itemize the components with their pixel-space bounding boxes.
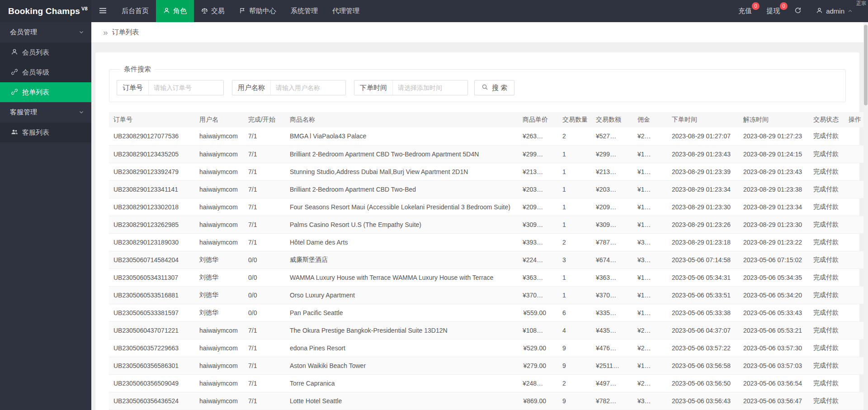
column-header-quantity: 交易数量 (558, 112, 591, 127)
order-time-cell: 2023-05-06 05:33:51 (667, 286, 739, 304)
sidebar-item-label: 客服列表 (22, 128, 49, 137)
sidebar: 会员管理 会员列表 会员等级 (0, 22, 91, 410)
breadcrumb-chevrons-icon: » (103, 28, 108, 37)
unit-price-cell: ¥2139.00 (518, 163, 558, 180)
unit-price-cell: ¥279.00 (518, 357, 558, 374)
sidebar-group-customer-service[interactable]: 客服管理 (0, 102, 91, 123)
withdraw-button[interactable]: 提现 0 (761, 0, 789, 22)
product-name-cell: Brilliant 2-Bedroom Apartment CBD Two-Be… (285, 145, 518, 163)
quantity-cell: 1 (558, 216, 591, 233)
commission-cell: ¥21.79 (633, 321, 667, 339)
amount-cell: ¥3354.00 (591, 304, 633, 321)
action-cell (844, 374, 864, 392)
progress-cell: 0/0 (244, 286, 285, 304)
unit-price-cell: ¥869.00 (518, 392, 558, 410)
order-time-cell: 2023-05-06 03:57:22 (667, 339, 739, 357)
order-time-cell: 2023-05-06 05:33:38 (667, 304, 739, 321)
sidebar-item-member-levels[interactable]: 会员等级 (0, 62, 91, 82)
amount-cell: ¥7821.00 (591, 392, 633, 410)
nav-item-dashboard[interactable]: 后台首页 (114, 0, 156, 22)
amount-cell: ¥5278.00 (591, 127, 633, 145)
unfreeze-time-cell: 2023-08-29 01:23:30 (739, 216, 809, 233)
order-no-cell: UB2308290123262985 (109, 216, 195, 233)
sidebar-toggle-button[interactable] (91, 0, 114, 22)
order-time-cell: 2023-05-06 07:14:58 (667, 251, 739, 269)
unit-price-cell: ¥559.00 (518, 304, 558, 321)
nav-item-agent-management[interactable]: 代理管理 (325, 0, 367, 22)
sidebar-item-order-grab-list[interactable]: 抢单列表 (0, 82, 91, 102)
user-menu[interactable]: admin (811, 0, 862, 22)
progress-cell: 7/1 (244, 216, 285, 233)
order-time-cell: 2023-05-06 05:34:31 (667, 269, 739, 286)
username-cell: 刘德华 (195, 251, 244, 269)
breadcrumb: » 订单列表 (91, 22, 868, 43)
order-time-cell: 2023-08-29 01:23:30 (667, 198, 739, 216)
order-no-cell: UB2308290123392479 (109, 163, 195, 180)
search-button[interactable]: 搜 索 (474, 80, 514, 95)
quantity-cell: 6 (558, 304, 591, 321)
search-panel-legend: 条件搜索 (120, 65, 155, 74)
vertical-scrollbar-track[interactable] (863, 22, 868, 410)
sidebar-group-label: 会员管理 (10, 28, 37, 37)
nav-item-transactions[interactable]: 交易 (194, 0, 232, 22)
table-row: UB2308290123392479haiwaiymcom7/1Stunning… (109, 163, 864, 180)
username-cell: 刘德华 (195, 286, 244, 304)
unfreeze-time-cell: 2023-05-06 03:56:47 (739, 392, 809, 410)
order-no-input[interactable] (149, 80, 223, 95)
action-cell (844, 180, 864, 198)
table-row: UB2305060437071221haiwaiymcom7/1The Okur… (109, 321, 864, 339)
product-name-cell: Palms Casino Resort U.S (The Empathy Sui… (285, 216, 518, 233)
column-header-order-no: 订单号 (109, 112, 195, 127)
order-no-cell: UB2305060714584204 (109, 251, 195, 269)
order-time-input[interactable] (393, 80, 467, 95)
commission-cell: ¥33.74 (633, 251, 667, 269)
nav-item-help-center[interactable]: 帮助中心 (232, 0, 283, 22)
chevron-down-icon (79, 28, 84, 36)
username-cell: haiwaiymcom (195, 339, 244, 357)
order-time-cell: 2023-05-06 04:37:07 (667, 321, 739, 339)
status-cell: 完成付款 (809, 304, 844, 321)
nav-item-roles[interactable]: 角色 (156, 0, 194, 22)
commission-cell: ¥18.20 (633, 269, 667, 286)
brand-logo[interactable]: Booking Champs V8 (0, 0, 91, 22)
sidebar-item-service-list[interactable]: 客服列表 (0, 123, 91, 142)
product-name-cell: Pan Pacific Seattle (285, 304, 518, 321)
sidebar-group-member-management[interactable]: 会员管理 (0, 22, 91, 42)
progress-cell: 7/1 (244, 127, 285, 145)
action-cell (844, 357, 864, 374)
username-cell: haiwaiymcom (195, 321, 244, 339)
product-name-cell: Hôtel Dame des Arts (285, 233, 518, 251)
order-no-cell: UB2305060356586301 (109, 357, 195, 374)
username-cell: haiwaiymcom (195, 145, 244, 163)
action-cell (844, 269, 864, 286)
status-cell: 完成付款 (809, 163, 844, 180)
username-input[interactable] (271, 80, 345, 95)
order-time-cell: 2023-08-29 01:23:39 (667, 163, 739, 180)
chevron-up-icon (848, 7, 853, 15)
people-icon (11, 128, 18, 137)
order-no-cell: UB2305060356436524 (109, 392, 195, 410)
unit-price-cell: ¥2097.30 (518, 198, 558, 216)
nav-item-system-management[interactable]: 系统管理 (283, 0, 325, 22)
table-row: UB2305060533381597刘德华0/0Pan Pacific Seat… (109, 304, 864, 321)
action-cell (844, 216, 864, 233)
sidebar-item-member-list[interactable]: 会员列表 (0, 42, 91, 62)
status-cell: 完成付款 (809, 127, 844, 145)
orders-table-body: UB2308290127077536haiwaiymcom7/1BMGA l V… (109, 127, 864, 410)
content-area: 条件搜索 订单号 用户名称 下单时间 (91, 43, 868, 410)
vertical-scrollbar-thumb[interactable] (864, 25, 868, 105)
refresh-button[interactable] (789, 0, 811, 22)
order-time-cell: 2023-08-29 01:23:26 (667, 216, 739, 233)
column-header-action: 操作 (844, 112, 864, 127)
order-no-cell: UB2305060534311307 (109, 269, 195, 286)
order-no-cell: UB2308290127077536 (109, 127, 195, 145)
table-row: UB2305060356586301haiwaiymcom7/1Aston Wa… (109, 357, 864, 374)
sidebar-item-label: 抢单列表 (22, 88, 49, 97)
recharge-button[interactable]: 充值 0 (733, 0, 761, 22)
username-cell: 刘德华 (195, 304, 244, 321)
order-time-cell: 2023-05-06 03:56:43 (667, 392, 739, 410)
column-header-amount: 交易数额 (591, 112, 633, 127)
amount-cell: ¥2999.90 (591, 145, 633, 163)
username-cell: haiwaiymcom (195, 233, 244, 251)
unfreeze-time-cell: 2023-08-29 01:23:34 (739, 198, 809, 216)
